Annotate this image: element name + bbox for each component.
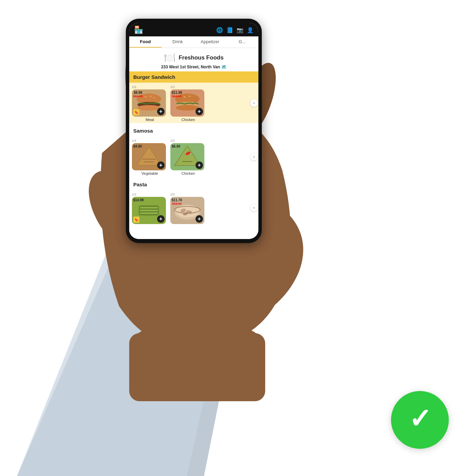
samosa-veg-add-button[interactable]: +	[157, 162, 165, 169]
restaurant-header: 🍽️ Freshous Foods 233 West 1st Street, N…	[129, 48, 258, 71]
svg-point-14	[150, 96, 152, 97]
burger-meat-name: Meat	[132, 118, 168, 122]
pasta-item1-card: 1/3 $14	[132, 193, 168, 224]
burger-chicken-add-button[interactable]: +	[196, 108, 203, 115]
svg-point-17	[137, 105, 160, 111]
samosa-chicken-image: $6.00 +	[170, 143, 204, 170]
samosa-veg-name: Vegetable	[132, 171, 168, 175]
restaurant-icon: 🍽️	[164, 52, 176, 63]
samosa-chicken-card: 2/3 $6.	[170, 139, 206, 175]
category-samosa-header: Samosa	[129, 125, 258, 136]
pasta-item2-counter: 2/3	[170, 193, 206, 196]
category-samosa: Samosa 1/3	[129, 125, 258, 177]
phone-frame: 🏪 🌐 📘 📷 👤 Food Drink Appetizer G... 🍽️ F…	[126, 19, 262, 243]
category-pasta: Pasta 1/3	[129, 179, 258, 225]
pasta-item2-image: $11.70 $13.99 +	[170, 197, 204, 224]
pasta-item1-counter: 1/3	[132, 193, 168, 196]
restaurant-name: Freshous Foods	[178, 54, 223, 61]
burger-meat-bookmark[interactable]: 🔖	[133, 109, 139, 115]
category-burger-sandwich: Burger Sandwich 1/3	[129, 71, 258, 123]
svg-point-8	[129, 320, 265, 374]
samosa-veg-counter: 1/3	[132, 139, 168, 142]
tab-drink[interactable]: Drink	[162, 36, 194, 48]
svg-point-23	[176, 105, 199, 111]
pasta-item1-bookmark[interactable]: 🔖	[133, 217, 139, 223]
burger-chicken-name: Chicken	[170, 118, 206, 122]
svg-point-21	[189, 96, 191, 97]
samosa-chicken-counter: 2/3	[170, 139, 206, 142]
tab-other[interactable]: G...	[226, 36, 258, 48]
phone-screen: 🏪 🌐 📘 📷 👤 Food Drink Appetizer G... 🍽️ F…	[129, 23, 258, 239]
burger-meat-image: $9.99 $12.99 🔖 +	[132, 89, 166, 117]
burger-meat-counter: 1/3	[132, 85, 168, 89]
burger-next-button[interactable]: ›	[250, 99, 258, 107]
svg-rect-9	[129, 333, 265, 401]
instagram-icon[interactable]: 📷	[237, 27, 243, 33]
checkmark-badge: ✓	[391, 391, 449, 449]
category-pasta-header: Pasta	[129, 179, 258, 190]
tab-appetizer[interactable]: Appetizer	[194, 36, 226, 48]
samosa-veg-price: $4.00	[133, 144, 142, 148]
samosa-vegetable-card: 1/3 $4.	[132, 139, 168, 175]
samosa-veg-image: $4.00 +	[132, 143, 166, 170]
burger-items-row: 1/3	[129, 83, 258, 123]
pasta-item2-price: $11.70 $13.99	[172, 198, 182, 205]
pasta-item1-image: $14.99 🔖 +	[132, 197, 166, 224]
svg-marker-1	[17, 221, 221, 476]
top-bar-icons: 🌐 📘 📷 👤	[216, 27, 254, 33]
burger-meat-add-button[interactable]: +	[157, 108, 165, 115]
profile-icon[interactable]: 👤	[247, 27, 254, 33]
nav-tabs: Food Drink Appetizer G...	[129, 36, 258, 48]
samosa-next-button[interactable]: ›	[250, 153, 258, 160]
pasta-item1-price: $14.99	[133, 198, 144, 202]
samosa-chicken-name: Chicken	[170, 171, 206, 175]
tab-food[interactable]: Food	[129, 36, 162, 48]
burger-chicken-counter: 2/3	[170, 85, 206, 89]
pasta-items-row: 1/3 $14	[129, 190, 258, 225]
samosa-chicken-price: $6.00	[172, 144, 180, 148]
category-burger-sandwich-header: Burger Sandwich	[129, 71, 258, 83]
svg-point-13	[144, 96, 147, 98]
globe-icon[interactable]: 🌐	[216, 27, 223, 33]
samosa-chicken-add-button[interactable]: +	[196, 162, 203, 169]
app-logo: 🏪	[134, 26, 143, 34]
restaurant-address: 233 West 1st Street, North Van 🗺️	[133, 65, 255, 69]
pasta-item2-card: 2/3	[170, 193, 206, 224]
restaurant-logo-area: 🍽️ Freshous Foods	[133, 52, 255, 63]
checkmark-icon: ✓	[409, 403, 431, 435]
pasta-item1-add-button[interactable]: +	[157, 215, 165, 223]
burger-chicken-image: $11.99 $13.99 +	[170, 89, 204, 117]
burger-meat-card: 1/3	[132, 85, 168, 122]
screen-content: 🍽️ Freshous Foods 233 West 1st Street, N…	[129, 48, 258, 239]
svg-point-15	[153, 97, 155, 99]
pasta-item2-add-button[interactable]: +	[196, 215, 203, 223]
svg-marker-0	[17, 204, 238, 476]
pasta-next-button[interactable]: ›	[250, 204, 258, 211]
map-icon[interactable]: 🗺️	[221, 65, 226, 69]
burger-meat-price: $9.99 $12.99	[133, 91, 143, 98]
burger-chicken-price: $11.99 $13.99	[172, 91, 182, 98]
facebook-icon[interactable]: 📘	[226, 27, 233, 33]
top-bar: 🏪 🌐 📘 📷 👤	[129, 23, 258, 36]
samosa-items-row: 1/3 $4.	[129, 136, 258, 177]
burger-chicken-card: 2/3 $11	[170, 85, 206, 122]
svg-point-20	[184, 96, 186, 98]
